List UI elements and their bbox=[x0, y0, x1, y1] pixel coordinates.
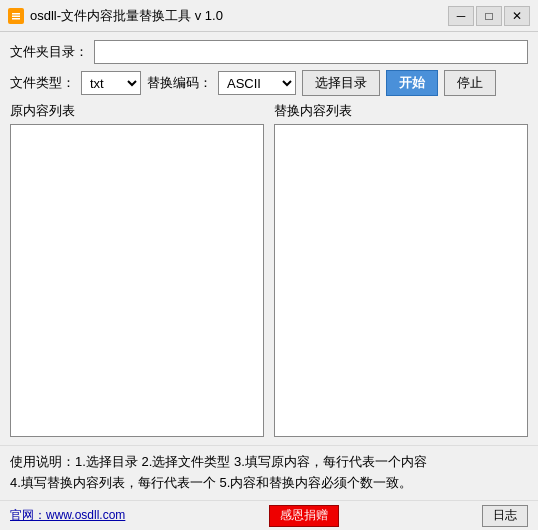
panels-row: 原内容列表 替换内容列表 bbox=[10, 102, 528, 437]
title-bar-left: osdll-文件内容批量替换工具 v 1.0 bbox=[8, 7, 223, 25]
folder-row: 文件夹目录： bbox=[10, 40, 528, 64]
main-content: 文件夹目录： 文件类型： txt doc html csv log 替换编码： … bbox=[0, 32, 538, 445]
log-button[interactable]: 日志 bbox=[482, 505, 528, 527]
footer-note: 使用说明：1.选择目录 2.选择文件类型 3.填写原内容，每行代表一个内容 4.… bbox=[0, 445, 538, 500]
folder-label: 文件夹目录： bbox=[10, 43, 88, 61]
file-type-select[interactable]: txt doc html csv log bbox=[81, 71, 141, 95]
svg-rect-3 bbox=[12, 18, 20, 20]
original-panel: 原内容列表 bbox=[10, 102, 264, 437]
svg-rect-1 bbox=[12, 13, 20, 15]
folder-input[interactable] bbox=[94, 40, 528, 64]
maximize-button[interactable]: □ bbox=[476, 6, 502, 26]
app-title: osdll-文件内容批量替换工具 v 1.0 bbox=[30, 7, 223, 25]
original-panel-label: 原内容列表 bbox=[10, 102, 264, 120]
footer-bar: 官网：www.osdll.com 感恩捐赠 日志 bbox=[0, 500, 538, 530]
title-bar: osdll-文件内容批量替换工具 v 1.0 ─ □ ✕ bbox=[0, 0, 538, 32]
svg-rect-2 bbox=[12, 15, 20, 17]
feedback-button[interactable]: 感恩捐赠 bbox=[269, 505, 339, 527]
options-row: 文件类型： txt doc html csv log 替换编码： ASCII U… bbox=[10, 70, 528, 96]
window-controls: ─ □ ✕ bbox=[448, 6, 530, 26]
website-link[interactable]: 官网：www.osdll.com bbox=[10, 507, 125, 524]
replacement-panel-label: 替换内容列表 bbox=[274, 102, 528, 120]
stop-button[interactable]: 停止 bbox=[444, 70, 496, 96]
close-button[interactable]: ✕ bbox=[504, 6, 530, 26]
footer-note-line2: 4.填写替换内容列表，每行代表一个 5.内容和替换内容必须个数一致。 bbox=[10, 473, 528, 494]
footer-note-line1: 使用说明：1.选择目录 2.选择文件类型 3.填写原内容，每行代表一个内容 bbox=[10, 452, 528, 473]
replacement-content-textarea[interactable] bbox=[274, 124, 528, 437]
app-icon bbox=[8, 8, 24, 24]
select-dir-button[interactable]: 选择目录 bbox=[302, 70, 380, 96]
encoding-select[interactable]: ASCII UTF-8 GBK Unicode bbox=[218, 71, 296, 95]
minimize-button[interactable]: ─ bbox=[448, 6, 474, 26]
encoding-label: 替换编码： bbox=[147, 74, 212, 92]
original-content-textarea[interactable] bbox=[10, 124, 264, 437]
start-button[interactable]: 开始 bbox=[386, 70, 438, 96]
file-type-label: 文件类型： bbox=[10, 74, 75, 92]
replacement-panel: 替换内容列表 bbox=[274, 102, 528, 437]
